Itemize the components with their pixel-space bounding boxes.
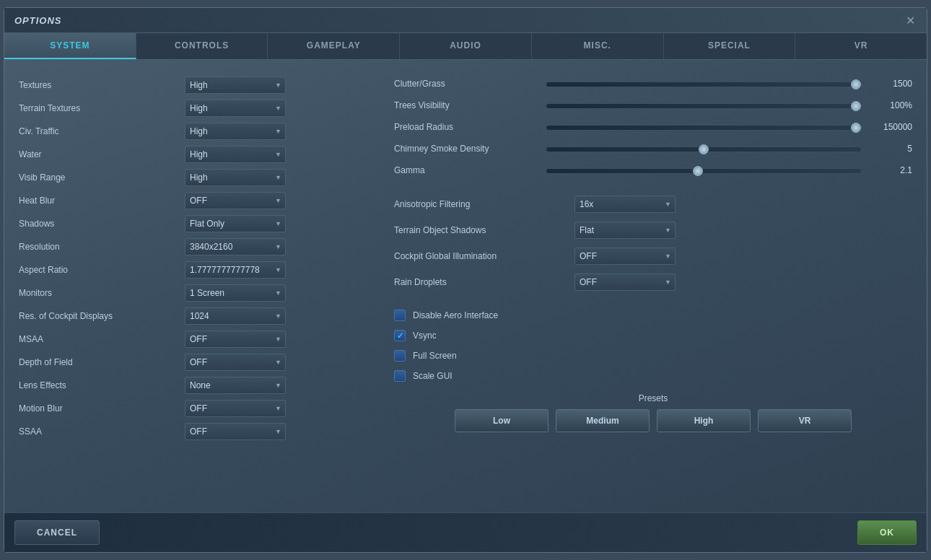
dropdown-anisotropic: Anisotropic Filtering 16x8x4xOFF (394, 193, 912, 216)
setting-terrain-textures: Terrain Textures HighMediumLow (19, 97, 365, 119)
preset-low-button[interactable]: Low (455, 409, 548, 432)
setting-dof: Depth of Field OFFON (19, 351, 365, 373)
close-button[interactable]: ✕ (904, 14, 917, 27)
setting-textures: Textures HighMediumLow (19, 74, 365, 96)
ssaa-select-wrapper: OFF2x4x (185, 423, 286, 440)
slider-gamma: Gamma 2.1 (394, 161, 912, 180)
msaa-select[interactable]: OFF2x4x (185, 331, 286, 348)
civ-traffic-select[interactable]: HighMediumLow (185, 123, 286, 140)
lens-effects-select[interactable]: NoneLowHigh (185, 377, 286, 394)
setting-res-cockpit: Res. of Cockpit Displays 10245122048 (19, 305, 365, 327)
visib-range-select-wrapper: HighMediumLow (185, 169, 286, 186)
checkbox-scale-gui[interactable]: Scale GUI (394, 367, 912, 385)
slider-trees-visibility: Trees Visibility 100% (394, 96, 912, 115)
tab-system[interactable]: SYSTEM (4, 33, 136, 59)
slider-preload-radius: Preload Radius 150000 (394, 118, 912, 136)
tab-gameplay[interactable]: GAMEPLAY (268, 33, 400, 59)
dropdown-terrain-shadows: Terrain Object Shadows FlatAllOFF (394, 219, 912, 242)
motion-blur-select-wrapper: OFFON (185, 400, 286, 417)
dof-select-wrapper: OFFON (185, 354, 286, 371)
trees-visibility-slider[interactable] (546, 103, 862, 109)
water-select[interactable]: HighMediumLow (185, 146, 286, 163)
resolution-select[interactable]: 3840x21601920x10802560x1440 (185, 238, 286, 255)
res-cockpit-select-wrapper: 10245122048 (185, 307, 286, 325)
msaa-select-wrapper: OFF2x4x (185, 331, 286, 348)
checkbox-disable-aero[interactable]: Disable Aero Interface (394, 307, 912, 324)
textures-select[interactable]: HighMediumLow (185, 76, 286, 94)
gamma-slider[interactable] (546, 168, 862, 174)
water-select-wrapper: HighMediumLow (185, 146, 286, 163)
motion-blur-select[interactable]: OFFON (185, 400, 286, 417)
disable-aero-checkbox[interactable] (394, 310, 406, 321)
preset-high-button[interactable]: High (657, 409, 751, 432)
terrain-shadows-select-wrapper: FlatAllOFF (574, 222, 676, 239)
anisotropic-select[interactable]: 16x8x4xOFF (574, 196, 676, 213)
tab-controls[interactable]: CONTROLS (136, 33, 268, 59)
visib-range-select[interactable]: HighMediumLow (185, 169, 286, 186)
dropdown-rain-droplets: Rain Droplets OFFON (394, 271, 912, 294)
full-screen-checkbox[interactable] (394, 350, 406, 362)
cockpit-gi-select-wrapper: OFFON (574, 248, 676, 265)
shadows-select-wrapper: Flat OnlyAllOFF (185, 215, 286, 232)
cancel-button[interactable]: CANCEL (14, 520, 100, 545)
terrain-textures-select[interactable]: HighMediumLow (185, 100, 286, 117)
left-settings-panel: Textures HighMediumLow Terrain Textures … (19, 74, 365, 498)
lens-effects-select-wrapper: NoneLowHigh (185, 377, 286, 394)
setting-ssaa: SSAA OFF2x4x (19, 421, 365, 442)
res-cockpit-select[interactable]: 10245122048 (185, 307, 286, 325)
preload-radius-slider[interactable] (546, 125, 862, 131)
tab-vr[interactable]: VR (795, 33, 927, 59)
checkbox-full-screen[interactable]: Full Screen (394, 347, 912, 364)
setting-aspect-ratio: Aspect Ratio 1.77777777777781.3333333333… (19, 259, 365, 281)
aspect-ratio-select[interactable]: 1.77777777777781.3333333333333 (185, 261, 286, 279)
tab-misc[interactable]: MISC. (532, 33, 664, 59)
slider-clutter-grass: Clutter/Grass 1500 (394, 74, 912, 93)
chimney-smoke-slider[interactable] (546, 146, 862, 152)
tab-bar: SYSTEM CONTROLS GAMEPLAY AUDIO MISC. SPE… (4, 33, 927, 60)
monitors-select[interactable]: 1 Screen2 Screens3 Screens (185, 284, 286, 302)
setting-monitors: Monitors 1 Screen2 Screens3 Screens (19, 282, 365, 304)
ssaa-select[interactable]: OFF2x4x (185, 423, 286, 440)
terrain-textures-select-wrapper: HighMediumLow (185, 100, 286, 117)
window-title: OPTIONS (14, 15, 62, 26)
terrain-shadows-select[interactable]: FlatAllOFF (574, 222, 676, 239)
gamma-slider-wrapper (546, 164, 862, 177)
anisotropic-select-wrapper: 16x8x4xOFF (574, 196, 676, 213)
dof-select[interactable]: OFFON (185, 354, 286, 371)
chimney-smoke-slider-wrapper (546, 142, 862, 155)
setting-resolution: Resolution 3840x21601920x10802560x1440 (19, 236, 365, 258)
ok-button[interactable]: OK (857, 520, 917, 545)
heat-blur-select[interactable]: OFFON (185, 192, 286, 209)
right-settings-panel: Clutter/Grass 1500 Trees Visibility 100%… (394, 74, 912, 498)
checkbox-vsync[interactable]: Vsync (394, 327, 912, 344)
footer: CANCEL OK (4, 512, 927, 552)
shadows-select[interactable]: Flat OnlyAllOFF (185, 215, 286, 232)
tab-audio[interactable]: AUDIO (400, 33, 532, 59)
heat-blur-select-wrapper: OFFON (185, 192, 286, 209)
setting-heat-blur: Heat Blur OFFON (19, 190, 365, 211)
title-bar: OPTIONS ✕ (4, 8, 927, 33)
setting-water: Water HighMediumLow (19, 144, 365, 165)
main-content: Textures HighMediumLow Terrain Textures … (4, 60, 927, 512)
trees-visibility-slider-wrapper (546, 99, 862, 112)
preset-vr-button[interactable]: VR (758, 409, 852, 432)
vsync-checkbox[interactable] (394, 330, 406, 341)
cockpit-gi-select[interactable]: OFFON (574, 248, 676, 265)
civ-traffic-select-wrapper: HighMediumLow (185, 123, 286, 140)
setting-msaa: MSAA OFF2x4x (19, 328, 365, 350)
dropdown-cockpit-gi: Cockpit Global Illumination OFFON (394, 245, 912, 268)
setting-lens-effects: Lens Effects NoneLowHigh (19, 375, 365, 396)
clutter-grass-slider[interactable] (546, 82, 862, 87)
options-window: OPTIONS ✕ SYSTEM CONTROLS GAMEPLAY AUDIO… (4, 7, 927, 553)
tab-special[interactable]: SPECIAL (664, 33, 796, 59)
presets-buttons: Low Medium High VR (394, 409, 912, 432)
slider-chimney-smoke: Chimney Smoke Density 5 (394, 139, 912, 158)
scale-gui-checkbox[interactable] (394, 370, 406, 382)
rain-droplets-select[interactable]: OFFON (574, 274, 676, 291)
setting-motion-blur: Motion Blur OFFON (19, 398, 365, 419)
monitors-select-wrapper: 1 Screen2 Screens3 Screens (185, 284, 286, 302)
setting-shadows: Shadows Flat OnlyAllOFF (19, 213, 365, 235)
setting-visib-range: Visib Range HighMediumLow (19, 167, 365, 188)
preset-medium-button[interactable]: Medium (556, 409, 650, 432)
rain-droplets-select-wrapper: OFFON (574, 274, 676, 291)
